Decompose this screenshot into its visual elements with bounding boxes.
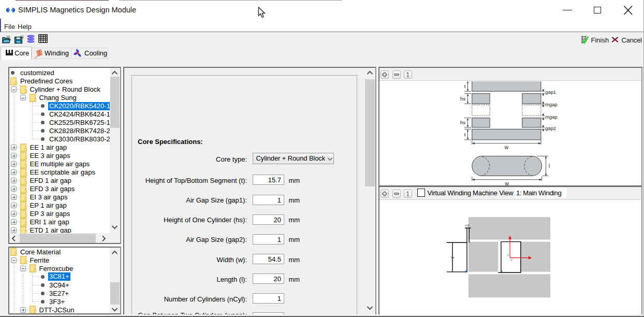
svg-text:hs: hs [460,119,465,125]
svg-text:x: x [510,258,512,261]
svg-text:y: y [507,253,509,256]
svg-text:hs: hs [451,256,454,259]
svg-text:hs: hs [460,95,465,101]
svg-text:w: w [504,180,509,185]
svg-text:mgap: mgap [545,102,557,107]
svg-text:t: t [464,131,465,137]
svg-text:mgap: mgap [545,114,557,120]
svg-text:gap1: gap1 [545,90,556,95]
svg-text:mb: mb [465,223,470,226]
svg-text:l: l [549,163,550,169]
svg-text:gap2: gap2 [545,126,556,131]
svg-text:t: t [464,83,465,89]
svg-text:w: w [504,144,508,150]
